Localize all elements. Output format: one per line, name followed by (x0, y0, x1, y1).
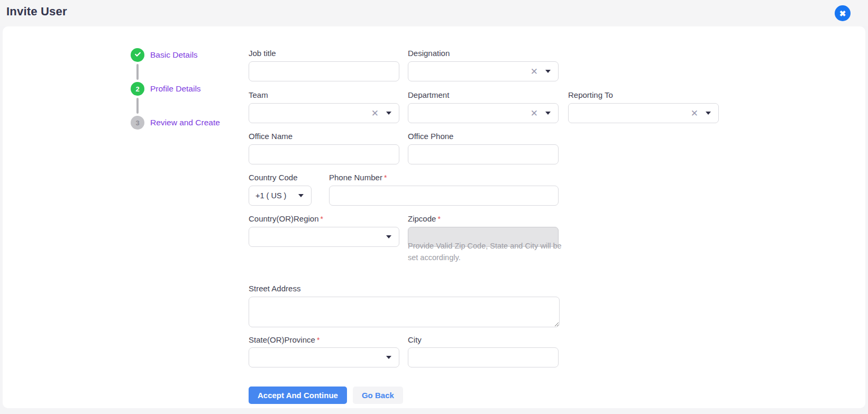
country-code-value: +1 ( US ) (255, 191, 286, 200)
country-code-label: Country Code (249, 173, 298, 182)
chevron-down-icon[interactable] (545, 70, 551, 73)
office-name-input[interactable] (249, 144, 399, 164)
phone-number-label: Phone Number* (329, 173, 387, 182)
step-3-indicator: 3 (131, 116, 144, 130)
form-actions: Accept And Continue Go Back (249, 387, 403, 404)
clear-x-icon[interactable]: ✕ (531, 67, 538, 76)
phone-number-input[interactable] (329, 186, 559, 206)
chevron-down-icon (298, 194, 304, 197)
chevron-down-icon (386, 235, 391, 238)
country-code-select[interactable]: +1 ( US ) (249, 186, 312, 206)
team-select[interactable]: ✕ (249, 103, 399, 123)
step-connector (136, 98, 139, 114)
invite-user-card: Basic Details 2 Profile Details 3 Review… (3, 26, 865, 408)
chevron-down-icon[interactable] (545, 112, 551, 115)
country-region-label-text: Country(OR)Region (249, 214, 319, 223)
step-basic-details[interactable]: Basic Details (131, 48, 220, 62)
zipcode-helper-text: Provide Valid Zip Code, State and City w… (408, 240, 567, 264)
department-label: Department (408, 90, 449, 99)
step-1-indicator (131, 48, 144, 62)
clear-x-icon[interactable]: ✕ (371, 109, 379, 118)
team-label: Team (249, 90, 268, 99)
clear-x-icon[interactable]: ✕ (691, 109, 698, 118)
state-province-label-text: State(OR)Province (249, 335, 315, 344)
step-2-indicator: 2 (131, 82, 144, 96)
step-1-label: Basic Details (150, 50, 198, 60)
city-label: City (408, 335, 422, 344)
step-connector (136, 64, 139, 80)
required-asterisk: * (437, 215, 440, 223)
street-address-label: Street Address (249, 284, 300, 293)
reporting-to-select[interactable]: ✕ (568, 103, 719, 123)
close-button[interactable]: ✖ (835, 5, 851, 21)
required-asterisk: * (317, 336, 319, 344)
state-province-label: State(OR)Province* (249, 335, 319, 344)
chevron-down-icon[interactable] (386, 112, 391, 115)
clear-x-icon[interactable]: ✕ (531, 109, 538, 118)
required-asterisk: * (321, 215, 323, 223)
page-title: Invite User (6, 5, 67, 19)
phone-number-label-text: Phone Number (329, 173, 382, 182)
office-phone-input[interactable] (408, 144, 559, 164)
close-icon: ✖ (839, 10, 846, 17)
zipcode-label: Zipcode* (408, 214, 441, 223)
wizard-stepper: Basic Details 2 Profile Details 3 Review… (131, 48, 220, 130)
modal-header: Invite User ✖ (0, 0, 868, 26)
reporting-to-label: Reporting To (568, 90, 613, 99)
step-profile-details[interactable]: 2 Profile Details (131, 82, 220, 96)
designation-label: Designation (408, 49, 450, 58)
street-address-textarea[interactable] (249, 297, 560, 327)
designation-select[interactable]: ✕ (408, 61, 559, 81)
job-title-label: Job title (249, 49, 276, 58)
step-3-label: Review and Create (150, 118, 220, 127)
job-title-input[interactable] (249, 61, 399, 81)
step-review-and-create[interactable]: 3 Review and Create (131, 116, 220, 130)
chevron-down-icon (386, 356, 391, 359)
office-name-label: Office Name (249, 132, 293, 141)
country-region-label: Country(OR)Region* (249, 214, 323, 223)
required-asterisk: * (384, 173, 387, 182)
check-icon (134, 50, 142, 60)
country-region-select[interactable] (249, 227, 399, 247)
city-input[interactable] (408, 347, 559, 367)
step-2-label: Profile Details (150, 84, 201, 94)
state-province-select[interactable] (249, 347, 399, 367)
department-select[interactable]: ✕ (408, 103, 559, 123)
go-back-button[interactable]: Go Back (353, 387, 403, 404)
accept-and-continue-button[interactable]: Accept And Continue (249, 387, 347, 404)
zipcode-label-text: Zipcode (408, 214, 436, 223)
office-phone-label: Office Phone (408, 132, 453, 141)
chevron-down-icon[interactable] (706, 112, 711, 115)
